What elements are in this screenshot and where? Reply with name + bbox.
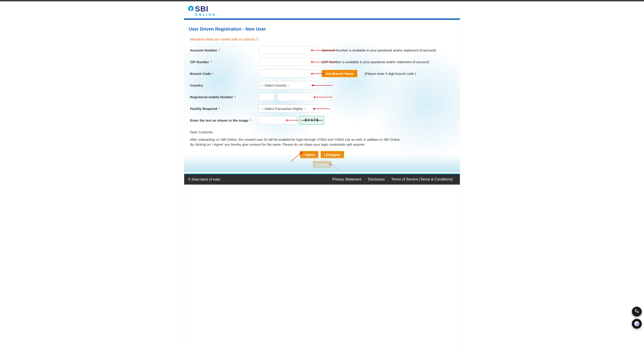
annotation-arrow bbox=[312, 62, 336, 62]
submit-button[interactable]: Submit bbox=[313, 161, 332, 168]
consent-block: Dear Customer, After onboarding on SBI O… bbox=[189, 126, 455, 147]
mandatory-note: Mandatory fields are marked with an aste… bbox=[190, 38, 455, 41]
required-asterisk: * bbox=[234, 95, 236, 99]
consent-dear: Dear Customer, bbox=[190, 130, 455, 134]
footer-link-privacy[interactable]: Privacy Statement bbox=[329, 177, 365, 182]
footer-link-disclosure[interactable]: Disclosure bbox=[365, 177, 388, 182]
brand-online-text: ONLINE bbox=[195, 13, 216, 16]
row-account-number: Account Number * (Account Number is avai… bbox=[189, 44, 455, 56]
annotation-arrow bbox=[314, 97, 332, 97]
translate-icon bbox=[634, 309, 639, 315]
label-country: Country bbox=[190, 84, 203, 87]
svg-rect-2 bbox=[190, 8, 191, 12]
hint-account-number: (Account Number is available in your pas… bbox=[322, 48, 436, 52]
agree-buttons-row: I Agree I Disagree bbox=[189, 151, 455, 158]
label-captcha: Enter the text as shown in the image bbox=[190, 118, 248, 122]
row-branch-code: Branch Code * Get Branch Name (Please en… bbox=[189, 68, 455, 79]
label-cif-number: CIF Number bbox=[190, 60, 209, 64]
annotation-arrow bbox=[312, 74, 325, 74]
annotation-arrow bbox=[312, 85, 332, 86]
required-asterisk: * bbox=[218, 48, 220, 52]
country-select[interactable]: -- Select Country -- bbox=[259, 81, 319, 89]
footer-link-terms[interactable]: Terms of Service (Terms & Conditions) bbox=[388, 177, 456, 182]
required-asterisk: * bbox=[210, 60, 212, 64]
label-account-number: Account Number bbox=[190, 48, 217, 52]
agree-button[interactable]: I Agree bbox=[300, 151, 318, 158]
brand-sbi-text: SBI bbox=[195, 5, 216, 12]
get-branch-name-button[interactable]: Get Branch Name bbox=[322, 70, 357, 77]
row-cif-number: CIF Number * (CIF Number is available in… bbox=[189, 56, 455, 68]
label-branch-code: Branch Code bbox=[190, 72, 211, 76]
row-mobile: Registered mobile Number * bbox=[189, 91, 455, 103]
annotation-arrow bbox=[314, 108, 330, 109]
assistant-icon bbox=[634, 321, 639, 326]
annotation-arrow bbox=[287, 120, 299, 120]
row-country: Country -- Select Country -- bbox=[189, 79, 455, 91]
footer-copyright: © State Bank of India bbox=[188, 177, 220, 181]
label-facility: Facility Required bbox=[190, 107, 217, 110]
label-mobile: Registered mobile Number bbox=[190, 95, 233, 99]
required-asterisk: * bbox=[212, 72, 214, 76]
annotation-arrow bbox=[312, 50, 336, 50]
captcha-image: D7475 bbox=[300, 116, 324, 124]
hint-branch-code: (Please enter 5 digit branch code ) bbox=[364, 72, 416, 76]
consent-line-2: By clicking on 'I Agree' you hereby give… bbox=[190, 142, 366, 146]
captcha-strike-line bbox=[301, 120, 322, 120]
row-captcha: Enter the text as shown in the image * D… bbox=[189, 114, 455, 126]
consent-line-1: After onboarding on SBI Online, the crea… bbox=[190, 138, 401, 142]
content-band: User Driven Registration - New User Mand… bbox=[184, 20, 460, 172]
required-asterisk: * bbox=[250, 118, 251, 122]
translate-fab[interactable] bbox=[632, 307, 642, 316]
required-asterisk: * bbox=[218, 107, 220, 110]
header: SBI ONLINE bbox=[184, 1, 460, 18]
page-container: SBI ONLINE User Driven Registration - Ne… bbox=[184, 1, 460, 348]
sbi-keyhole-icon bbox=[188, 6, 194, 15]
mobile-country-code-input bbox=[259, 93, 274, 101]
brand-logo: SBI ONLINE bbox=[188, 5, 456, 16]
disagree-button[interactable]: I Disagree bbox=[321, 151, 344, 158]
facility-select[interactable]: -- Select Transaction Rights -- bbox=[259, 104, 319, 113]
page-title: User Driven Registration - New User bbox=[189, 20, 455, 36]
hint-cif-number: (CIF Number is available in your passboo… bbox=[322, 60, 429, 64]
mobile-number-input[interactable] bbox=[277, 93, 315, 101]
row-facility: Facility Required * -- Select Transactio… bbox=[189, 103, 455, 114]
submit-row: Submit bbox=[189, 161, 455, 168]
svg-line-5 bbox=[330, 164, 343, 172]
assistant-fab[interactable] bbox=[632, 319, 642, 329]
footer: © State Bank of India Privacy Statement … bbox=[184, 174, 460, 184]
